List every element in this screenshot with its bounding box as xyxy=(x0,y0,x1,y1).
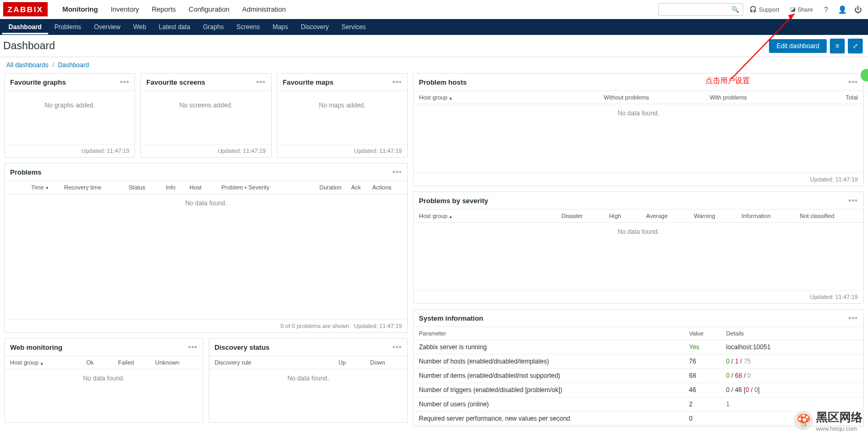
widget-menu-icon[interactable]: ••• xyxy=(392,78,402,86)
widget-updated: Updated: 11:47:19 xyxy=(5,144,135,157)
widget-menu-icon[interactable]: ••• xyxy=(848,314,858,322)
widget-menu-icon[interactable]: ••• xyxy=(392,168,402,176)
widget-updated: Updated: 11:47:19 xyxy=(278,144,407,157)
col-high[interactable]: High xyxy=(609,213,646,219)
col-warning[interactable]: Warning xyxy=(694,213,741,219)
share-link[interactable]: ◪Share xyxy=(786,4,817,15)
subnav-screens[interactable]: Screens xyxy=(230,20,266,34)
widget-updated: Updated: 11:47:19 xyxy=(414,172,863,186)
sysinfo-details: 0 / 46 [0 / 0] xyxy=(726,386,858,394)
nav-administration[interactable]: Administration xyxy=(236,0,292,19)
col-value[interactable]: Value xyxy=(689,330,726,337)
dashboard-grid: Favourite graphs••• No graphs added. Upd… xyxy=(0,73,868,426)
widget-menu-icon[interactable]: ••• xyxy=(256,78,266,86)
user-icon[interactable]: 👤 xyxy=(835,3,849,16)
nav-reports[interactable]: Reports xyxy=(145,0,182,19)
col-host[interactable]: Host xyxy=(176,184,208,190)
sysinfo-details: 0 / 68 / 0 xyxy=(726,372,858,379)
widget-web-monitoring: Web monitoring••• Host group Ok Failed U… xyxy=(4,338,203,423)
widget-fav-graphs: Favourite graphs••• No graphs added. Upd… xyxy=(4,73,135,158)
col-with[interactable]: With problems xyxy=(710,94,816,101)
subnav-web[interactable]: Web xyxy=(127,20,152,34)
col-duration[interactable]: Duration xyxy=(282,184,330,190)
power-icon[interactable]: ⏻ xyxy=(851,3,865,16)
widget-menu-icon[interactable]: ••• xyxy=(392,343,402,351)
help-icon[interactable]: ? xyxy=(819,3,833,16)
sysinfo-details: localhost:10051 xyxy=(726,343,858,351)
nodata-text: No data found. xyxy=(414,104,863,122)
sysinfo-value: 0 xyxy=(689,415,726,422)
subnav-graphs[interactable]: Graphs xyxy=(196,20,230,34)
col-info[interactable]: Info xyxy=(145,184,176,190)
nodata-text: No data found. xyxy=(5,194,407,212)
nav-configuration[interactable]: Configuration xyxy=(182,0,236,19)
col-status[interactable]: Status xyxy=(102,184,145,190)
subnav-dashboard[interactable]: Dashboard xyxy=(2,20,48,34)
col-problem[interactable]: Problem • Severity xyxy=(208,184,282,190)
widget-menu-icon[interactable]: ••• xyxy=(848,78,858,86)
col-rule[interactable]: Discovery rule xyxy=(214,359,338,366)
col-ack[interactable]: Ack xyxy=(330,184,356,190)
col-ok[interactable]: Ok xyxy=(86,359,118,366)
sysinfo-value: 76 xyxy=(689,358,726,365)
col-hostgroup[interactable]: Host group xyxy=(10,359,86,366)
widget-problems-by-severity: Problems by severity••• Host group Disas… xyxy=(413,192,864,304)
nodata-text: No data found. xyxy=(5,369,203,387)
widget-fav-maps: Favourite maps••• No maps added. Updated… xyxy=(277,73,408,158)
sysinfo-param: Number of users (online) xyxy=(419,401,689,408)
nodata-text: No data found. xyxy=(209,369,407,387)
search-input[interactable]: 🔍 xyxy=(658,3,743,16)
col-notclassified[interactable]: Not classified xyxy=(800,213,858,219)
col-details[interactable]: Details xyxy=(726,330,858,337)
col-hostgroup[interactable]: Host group xyxy=(419,94,604,101)
expand-icon: ⤢ xyxy=(853,42,858,50)
col-up[interactable]: Up xyxy=(338,359,370,366)
breadcrumb-sep: / xyxy=(52,61,54,69)
support-link[interactable]: 🎧Support xyxy=(745,4,784,15)
sysinfo-details: 0 / 1 / 75 xyxy=(726,358,858,365)
nav-monitoring[interactable]: Monitoring xyxy=(56,0,104,19)
logo[interactable]: ZABBIX xyxy=(3,2,48,16)
subnav-latestdata[interactable]: Latest data xyxy=(153,20,196,34)
page-title: Dashboard xyxy=(3,40,55,52)
sysinfo-param: Required server performance, new values … xyxy=(419,415,689,422)
widget-menu-icon[interactable]: ••• xyxy=(120,78,130,86)
breadcrumb-current[interactable]: Dashboard xyxy=(58,61,89,69)
nav-inventory[interactable]: Inventory xyxy=(104,0,145,19)
page-header: Dashboard Edit dashboard ≡ ⤢ xyxy=(0,35,868,57)
subnav-problems[interactable]: Problems xyxy=(48,20,88,34)
sysinfo-row: Number of hosts (enabled/disabled/templa… xyxy=(414,355,863,369)
col-failed[interactable]: Failed xyxy=(118,359,155,366)
subnav-maps[interactable]: Maps xyxy=(266,20,294,34)
col-actions[interactable]: Actions xyxy=(356,184,388,190)
edit-dashboard-button[interactable]: Edit dashboard xyxy=(769,39,827,53)
col-unknown[interactable]: Unknown xyxy=(155,359,198,366)
widget-menu-icon[interactable]: ••• xyxy=(188,343,198,351)
col-recovery[interactable]: Recovery time xyxy=(49,184,102,190)
widget-updated: Updated: 11:47:19 xyxy=(141,144,271,157)
col-total[interactable]: Total xyxy=(816,94,858,101)
col-without[interactable]: Without problems xyxy=(604,94,710,101)
col-hostgroup[interactable]: Host group xyxy=(419,213,561,219)
widget-menu-icon[interactable]: ••• xyxy=(848,196,858,205)
breadcrumb-all[interactable]: All dashboards xyxy=(6,61,48,69)
topbar: ZABBIX Monitoring Inventory Reports Conf… xyxy=(0,0,868,19)
widget-system-info: System information••• Parameter Value De… xyxy=(413,309,864,426)
col-average[interactable]: Average xyxy=(646,213,694,219)
col-down[interactable]: Down xyxy=(370,359,402,366)
sysinfo-row: Number of triggers (enabled/disabled [pr… xyxy=(414,383,863,397)
search-icon: 🔍 xyxy=(731,6,739,13)
col-parameter[interactable]: Parameter xyxy=(419,330,689,337)
widget-title: System information xyxy=(419,314,483,322)
fullscreen-button[interactable]: ⤢ xyxy=(848,39,863,53)
sysinfo-row: Zabbix server is runningYeslocalhost:100… xyxy=(414,340,863,355)
col-disaster[interactable]: Disaster xyxy=(561,213,609,219)
col-information[interactable]: Information xyxy=(741,213,800,219)
subnav-overview[interactable]: Overview xyxy=(87,20,127,34)
col-time[interactable]: Time xyxy=(7,184,49,190)
sysinfo-value: 68 xyxy=(689,372,726,379)
subnav-discovery[interactable]: Discovery xyxy=(294,20,335,34)
widget-problems: Problems••• Time Recovery time Status In… xyxy=(4,163,408,333)
list-button[interactable]: ≡ xyxy=(830,39,845,53)
subnav-services[interactable]: Services xyxy=(335,20,372,34)
